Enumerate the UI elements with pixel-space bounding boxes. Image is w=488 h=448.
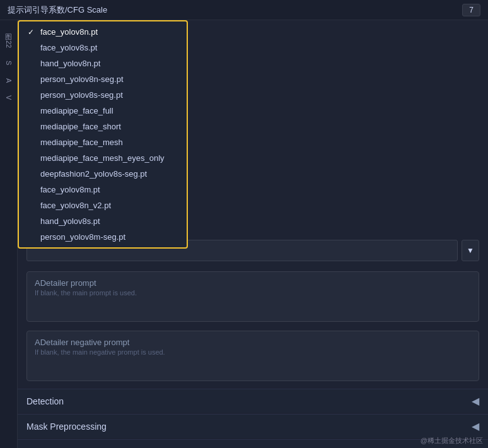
dropdown-item-label: hand_yolov8n.pt	[40, 59, 100, 68]
dropdown-item[interactable]: hand_yolov8s.pt	[19, 213, 187, 229]
sidebar-tab-4[interactable]: A	[4, 76, 14, 85]
top-bar-title: 提示词引导系数/CFG Scale	[8, 4, 107, 16]
dropdown-item[interactable]: person_yolov8s-seg.pt	[19, 87, 187, 103]
sidebar-tab-1[interactable]: 图	[3, 25, 15, 30]
mask-preprocessing-arrow: ◀	[472, 420, 479, 432]
detection-title: Detection	[26, 396, 64, 406]
model-dropdown[interactable]: ✓face_yolov8n.pt face_yolov8s.pt hand_yo…	[18, 20, 188, 249]
inpainting-arrow: ◀	[472, 445, 479, 448]
dropdown-item-label: face_yolov8n_v2.pt	[40, 201, 111, 210]
top-bar: 提示词引导系数/CFG Scale 7	[0, 0, 488, 20]
dropdown-item-label: person_yolov8n-seg.pt	[40, 74, 124, 84]
dropdown-item-label: person_yolov8m-seg.pt	[40, 232, 125, 242]
dropdown-item-label: hand_yolov8s.pt	[40, 216, 100, 226]
dropdown-item[interactable]: person_yolov8n-seg.pt	[19, 71, 187, 87]
sidebar-tab-5[interactable]: V	[4, 93, 14, 102]
dropdown-item-label: deepfashion2_yolov8s-seg.pt	[40, 169, 147, 179]
dropdown-item[interactable]: person_yolov8m-seg.pt	[19, 229, 187, 245]
dropdown-arrow-button[interactable]: ▼	[462, 240, 479, 261]
cfg-scale-value: 7	[462, 4, 480, 16]
inpainting-section-header[interactable]: Inpainting ◀	[18, 439, 488, 448]
dropdown-item-label: mediapipe_face_full	[40, 106, 113, 115]
dropdown-item[interactable]: mediapipe_face_short	[19, 119, 187, 134]
adetailer-prompt-box[interactable]: ADetailer prompt If blank, the main prom…	[26, 271, 479, 322]
left-sidebar: 图 22 S A V	[0, 20, 18, 448]
checkmark-icon: ✓	[28, 28, 37, 37]
dropdown-item-label: mediapipe_face_mesh	[40, 138, 123, 147]
dropdown-item[interactable]: face_yolov8m.pt	[19, 182, 187, 197]
prompt2-sublabel: If blank, the main negative prompt is us…	[35, 348, 471, 356]
main-content: ✓face_yolov8n.pt face_yolov8s.pt hand_yo…	[18, 20, 488, 448]
dropdown-item[interactable]: face_yolov8s.pt	[19, 40, 187, 56]
detection-arrow: ◀	[472, 395, 479, 407]
prompt1-sublabel: If blank, the main prompt is used.	[35, 289, 471, 297]
mask-preprocessing-title: Mask Preprocessing	[26, 421, 107, 432]
dropdown-item[interactable]: hand_yolov8n.pt	[19, 56, 187, 71]
prompt2-label: ADetailer negative prompt	[35, 338, 471, 347]
sidebar-tab-3[interactable]: S	[4, 58, 14, 68]
dropdown-item-label: person_yolov8s-seg.pt	[40, 90, 123, 100]
dropdown-item-label: mediapipe_face_mesh_eyes_only	[40, 153, 165, 163]
dropdown-item-label: face_yolov8m.pt	[40, 185, 100, 194]
dropdown-item[interactable]: mediapipe_face_mesh	[19, 134, 187, 150]
dropdown-item-label: face_yolov8s.pt	[40, 43, 97, 52]
watermark: @稀土掘金技术社区	[421, 436, 483, 445]
sidebar-tab-2[interactable]: 22	[4, 38, 14, 50]
dropdown-item-label: mediapipe_face_short	[40, 122, 121, 131]
mask-preprocessing-section-header[interactable]: Mask Preprocessing ◀	[18, 414, 488, 438]
adetailer-negative-prompt-box[interactable]: ADetailer negative prompt If blank, the …	[26, 331, 479, 381]
prompt1-label: ADetailer prompt	[35, 278, 471, 288]
dropdown-item[interactable]: ✓face_yolov8n.pt	[19, 24, 187, 40]
dropdown-item[interactable]: mediapipe_face_full	[19, 103, 187, 119]
detection-section-header[interactable]: Detection ◀	[18, 389, 488, 413]
dropdown-item-label: face_yolov8n.pt	[40, 27, 98, 37]
dropdown-item[interactable]: mediapipe_face_mesh_eyes_only	[19, 150, 187, 166]
dropdown-item[interactable]: face_yolov8n_v2.pt	[19, 197, 187, 213]
dropdown-item[interactable]: deepfashion2_yolov8s-seg.pt	[19, 166, 187, 182]
